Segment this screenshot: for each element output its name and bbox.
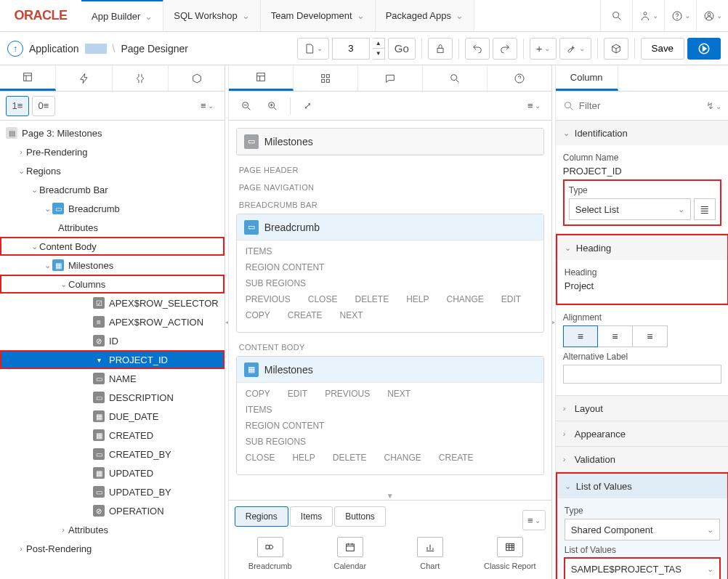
section-head-layout[interactable]: ›Layout <box>556 396 728 421</box>
slot[interactable]: NEXT <box>387 389 410 399</box>
tree-col-name[interactable]: ▭NAME <box>0 369 225 388</box>
go-button[interactable]: Go <box>388 38 416 60</box>
section-breadcrumb-bar[interactable]: BREADCRUMB BAR <box>236 196 544 214</box>
tree-breadcrumb[interactable]: ⌄▭Breadcrumb <box>0 199 225 218</box>
section-head-appearance[interactable]: ›Appearance <box>556 421 728 446</box>
milestones-layout-region[interactable]: ▦Milestones COPY EDIT PREVIOUS NEXT ITEM… <box>236 356 544 475</box>
tree-page-title[interactable]: ▤Page 3: Milestones <box>0 124 225 142</box>
section-page-header[interactable]: PAGE HEADER <box>236 161 544 179</box>
layout-tab[interactable] <box>229 65 294 91</box>
tree-pre-rendering[interactable]: ›Pre-Rendering <box>0 142 225 161</box>
select-type[interactable]: Select List⌄ <box>569 198 691 220</box>
page-region[interactable]: ▭Milestones <box>236 128 544 155</box>
processing-tab[interactable] <box>113 65 169 91</box>
slot[interactable]: COPY <box>246 310 270 320</box>
messages-tab[interactable] <box>358 65 423 91</box>
shared-components-tab[interactable] <box>169 65 224 91</box>
dynamic-actions-tab[interactable] <box>56 65 112 91</box>
pin-button[interactable]: ↯⌄ <box>706 100 721 111</box>
component-view-tab[interactable] <box>294 65 358 91</box>
select-lov-type[interactable]: Shared Component⌄ <box>565 519 720 540</box>
tab-packaged-apps[interactable]: Packaged Apps⌄ <box>376 0 474 31</box>
gallery-item-classic-report[interactable]: Classic Report <box>477 537 543 570</box>
sort-processing-button[interactable]: 0≡ <box>32 96 55 116</box>
zoom-out-button[interactable] <box>235 96 258 116</box>
gallery-tab-buttons[interactable]: Buttons <box>334 506 386 527</box>
breadcrumb-application[interactable]: Application <box>29 43 79 54</box>
tree-breadcrumb-bar[interactable]: ⌄Breadcrumb Bar <box>0 180 225 199</box>
tree-content-body[interactable]: ⌄Content Body <box>0 237 225 256</box>
slot[interactable]: CLOSE <box>246 453 275 463</box>
tree-col-due-date[interactable]: ▦DUE_DATE <box>0 407 225 426</box>
utilities-button[interactable]: ⌄ <box>559 38 591 60</box>
page-stepper-up[interactable]: ▲ <box>373 39 384 49</box>
tab-sql-workshop[interactable]: SQL Workshop⌄ <box>163 0 260 31</box>
page-search-tab[interactable] <box>423 65 488 91</box>
expand-button[interactable]: ⤢ <box>296 96 320 116</box>
align-left-button[interactable]: ≡ <box>563 325 598 347</box>
slot[interactable]: PREVIOUS <box>325 389 370 399</box>
tree-regions[interactable]: ⌄Regions <box>0 161 225 180</box>
slot[interactable]: DELETE <box>333 453 367 463</box>
slot[interactable]: SUB REGIONS <box>246 437 306 447</box>
admin-icon[interactable]: ⌄ <box>632 0 664 31</box>
account-icon[interactable]: ⌄ <box>696 0 728 31</box>
slot[interactable]: REGION CONTENT <box>246 421 325 431</box>
help-icon[interactable]: ⌄ <box>664 0 696 31</box>
up-icon[interactable]: ↑ <box>7 41 23 57</box>
section-head-lov[interactable]: ⌄List of Values <box>557 474 727 498</box>
slot[interactable]: ITEMS <box>246 246 272 256</box>
save-and-run-button[interactable] <box>687 38 721 60</box>
create-button[interactable]: +⌄ <box>530 38 557 60</box>
redo-button[interactable] <box>493 38 517 60</box>
tree-col-operation[interactable]: ⊘OPERATION <box>0 501 225 520</box>
tree-col-apex-row-selector[interactable]: ☑APEX$ROW_SELECTOR <box>0 293 225 312</box>
page-finder-button[interactable]: ⌄ <box>297 38 329 60</box>
tree-col-created[interactable]: ▦CREATED <box>0 426 225 445</box>
tree-col-id[interactable]: ⊘ID <box>0 331 225 350</box>
slot[interactable]: CLOSE <box>308 294 338 304</box>
tree-menu-button[interactable]: ≡ ⌄ <box>195 96 219 116</box>
gallery-tab-items[interactable]: Items <box>290 506 333 527</box>
tab-team-development[interactable]: Team Development⌄ <box>261 0 376 31</box>
slot[interactable]: CHANGE <box>384 453 421 463</box>
slot[interactable]: EDIT <box>501 294 521 304</box>
slot[interactable]: PREVIOUS <box>246 294 291 304</box>
tree-post-rendering[interactable]: ›Post-Rendering <box>0 539 225 558</box>
gallery-splitter[interactable]: ▼ <box>229 492 551 500</box>
tree-col-created-by[interactable]: ▭CREATED_BY <box>0 445 225 463</box>
tree-col-updated-by[interactable]: ▭UPDATED_BY <box>0 482 225 501</box>
property-filter-input[interactable] <box>579 96 702 116</box>
slot[interactable]: CREATE <box>439 453 474 463</box>
save-button[interactable]: Save <box>641 38 684 60</box>
gallery-menu-button[interactable]: ≡ ⌄ <box>522 510 546 530</box>
page-stepper-down[interactable]: ▼ <box>373 49 384 59</box>
help-tab[interactable] <box>488 65 551 91</box>
gallery-item-calendar[interactable]: Calendar <box>318 537 383 570</box>
slot[interactable]: HELP <box>406 294 429 304</box>
type-options-button[interactable]: ≣ <box>694 198 716 220</box>
page-region-head[interactable]: ▭Milestones <box>237 129 543 155</box>
tree-milestones-attributes[interactable]: ›Attributes <box>0 520 225 539</box>
slot[interactable]: HELP <box>292 453 315 463</box>
value-heading[interactable]: Project <box>565 280 720 291</box>
spotlight-search-icon[interactable] <box>600 0 632 31</box>
rendering-tab[interactable] <box>0 65 56 91</box>
select-lov-value[interactable]: SAMPLE$PROJECT_TAS⌄ <box>565 558 720 579</box>
slot[interactable]: ITEMS <box>246 405 272 415</box>
column-tab[interactable]: Column <box>556 65 618 91</box>
slot[interactable]: EDIT <box>288 389 307 399</box>
section-page-navigation[interactable]: PAGE NAVIGATION <box>236 179 544 196</box>
layout-menu-button[interactable]: ≡ ⌄ <box>522 96 546 116</box>
slot[interactable]: SUB REGIONS <box>246 278 306 288</box>
tab-app-builder[interactable]: App Builder⌄ <box>81 0 163 31</box>
tree-col-project-id[interactable]: ▾PROJECT_ID <box>0 350 225 369</box>
slot[interactable]: COPY <box>246 389 270 399</box>
milestones-region-head[interactable]: ▦Milestones <box>237 357 543 383</box>
slot[interactable]: CHANGE <box>447 294 484 304</box>
slot[interactable]: REGION CONTENT <box>246 262 325 272</box>
breadcrumb-layout-region[interactable]: ▭Breadcrumb ITEMS REGION CONTENT SUB REG… <box>236 214 544 333</box>
section-head-identification[interactable]: ⌄Identification <box>556 121 728 145</box>
gallery-item-breadcrumb[interactable]: Breadcrumb <box>238 537 303 570</box>
section-content-body[interactable]: CONTENT BODY <box>236 339 544 356</box>
